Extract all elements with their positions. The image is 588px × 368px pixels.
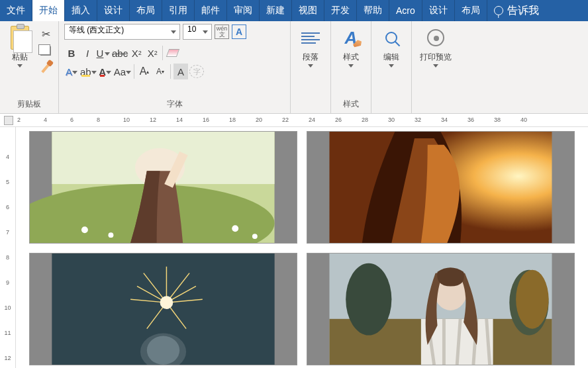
highlight-color-button[interactable]: ab [80, 64, 97, 79]
eraser-icon [166, 49, 179, 57]
group-paragraph: 段落 [291, 21, 331, 113]
ruler-tick: 40 [520, 116, 527, 123]
edit-button[interactable]: 编辑 [377, 24, 406, 69]
ruler-tick: 4 [0, 152, 15, 177]
grow-font-button[interactable]: A▴ [137, 64, 152, 79]
bold-button[interactable]: B [64, 45, 79, 61]
image-cell[interactable] [29, 253, 297, 365]
tab-file[interactable]: 文件 [0, 0, 32, 21]
ruler-tick: 36 [467, 116, 474, 123]
tab-home[interactable]: 开始 [32, 0, 65, 21]
font-group-label: 字体 [64, 97, 285, 113]
tell-me-search[interactable]: 告诉我 [487, 0, 546, 21]
superscript-button[interactable]: X2 [145, 45, 160, 61]
paste-label: 粘贴 [12, 52, 28, 63]
shrink-font-button[interactable]: A▾ [153, 64, 168, 79]
tab-review[interactable]: 审阅 [227, 0, 260, 21]
paragraph-button[interactable]: 段落 [296, 24, 325, 69]
font-size-select[interactable]: 10 [183, 24, 212, 40]
brush-icon [41, 64, 50, 73]
tab-developer[interactable]: 开发 [324, 0, 357, 21]
tell-me-label: 告诉我 [507, 4, 539, 18]
group-clipboard: 粘贴 ✂ 剪贴板 [0, 21, 59, 113]
horizontal-ruler[interactable]: 246810121416182022242628303234363840 [0, 114, 588, 127]
underline-button[interactable]: U [96, 45, 111, 61]
a-border-icon: A [232, 24, 246, 39]
separator [162, 46, 163, 60]
tab-layout2[interactable]: 布局 [455, 0, 487, 21]
tab-acrobat[interactable]: Acro [389, 0, 422, 21]
ruler-tick: 6 [70, 116, 74, 123]
svg-point-23 [160, 296, 173, 309]
preview-group-label [417, 99, 454, 113]
ribbon: 粘贴 ✂ 剪贴板 等线 (西文正文) 10 wén文 A B I U abc [0, 21, 588, 114]
photo-girl-autumn [307, 253, 574, 365]
document-area[interactable] [16, 127, 588, 368]
tab-view[interactable]: 视图 [292, 0, 324, 21]
phonetic-guide-button[interactable]: wén文 [215, 24, 229, 40]
print-preview-button[interactable]: 打印预览 [417, 24, 454, 69]
styles-label: 样式 [343, 52, 359, 63]
cut-button[interactable]: ✂ [38, 26, 53, 41]
change-case-button[interactable]: Aa [114, 64, 131, 79]
edit-group-label [377, 99, 406, 113]
text-effects-button[interactable]: A [64, 64, 79, 79]
character-shading-button[interactable]: A [173, 64, 188, 79]
ruler-tick: 9 [0, 278, 15, 303]
chevron-down-icon [348, 64, 354, 68]
font-color-button[interactable]: A [98, 64, 113, 79]
ruler-tick: 14 [176, 116, 183, 123]
menu-bar: 文件 开始 插入 设计 布局 引用 邮件 审阅 新建 视图 开发 帮助 Acro… [0, 0, 588, 21]
scissors-icon: ✂ [42, 28, 50, 40]
vertical-ruler[interactable]: 4567891011121314 [0, 127, 16, 368]
tab-help[interactable]: 帮助 [357, 0, 389, 21]
paragraph-group-label [296, 99, 325, 113]
lightbulb-icon [494, 6, 503, 15]
character-border-button[interactable]: A [232, 24, 246, 40]
italic-button[interactable]: I [80, 45, 95, 61]
clear-formatting-button[interactable] [166, 45, 180, 61]
tab-references[interactable]: 引用 [162, 0, 195, 21]
group-edit: 编辑 [371, 21, 412, 113]
search-icon [385, 32, 397, 44]
paragraph-label: 段落 [303, 52, 318, 63]
ruler-tick: 12 [0, 353, 15, 368]
image-cell[interactable] [29, 131, 297, 244]
tab-selector-icon[interactable] [4, 116, 13, 125]
paste-button[interactable]: 粘贴 [5, 24, 34, 69]
ruler-tick: 5 [0, 177, 15, 203]
separator [170, 64, 171, 79]
ruler-tick: 32 [415, 116, 421, 123]
tab-design2[interactable]: 设计 [422, 0, 455, 21]
tab-design[interactable]: 设计 [97, 0, 130, 21]
image-cell[interactable] [307, 131, 575, 244]
ruler-tick: 10 [123, 116, 130, 123]
image-table [29, 131, 575, 365]
tab-mailings[interactable]: 邮件 [195, 0, 227, 21]
svg-point-5 [81, 226, 88, 233]
subscript-button[interactable]: X2 [129, 45, 144, 61]
strikethrough-button[interactable]: abc [112, 45, 128, 61]
copy-button[interactable] [38, 44, 53, 58]
ruler-tick: 11 [0, 328, 15, 353]
ruler-tick: 10 [0, 303, 15, 328]
format-painter-button[interactable] [38, 61, 53, 75]
ruler-tick: 26 [335, 116, 342, 123]
paragraph-icon [301, 28, 320, 47]
tab-layout[interactable]: 布局 [130, 0, 162, 21]
styles-group-label: 样式 [336, 97, 366, 113]
group-styles: A 样式 样式 [331, 21, 371, 113]
enclose-characters-button[interactable]: 字 [189, 65, 204, 78]
styles-button[interactable]: A 样式 [336, 24, 366, 69]
ruler-tick: 6 [0, 203, 15, 228]
tab-insert[interactable]: 插入 [65, 0, 97, 21]
font-name-select[interactable]: 等线 (西文正文) [64, 24, 180, 40]
clipboard-icon [11, 26, 29, 50]
ruler-tick: 24 [309, 116, 315, 123]
ruler-tick: 7 [0, 228, 15, 253]
preview-label: 打印预览 [420, 52, 452, 63]
chevron-down-icon [308, 64, 313, 68]
chevron-down-icon [389, 64, 394, 68]
tab-new[interactable]: 新建 [260, 0, 292, 21]
image-cell[interactable] [307, 253, 575, 365]
